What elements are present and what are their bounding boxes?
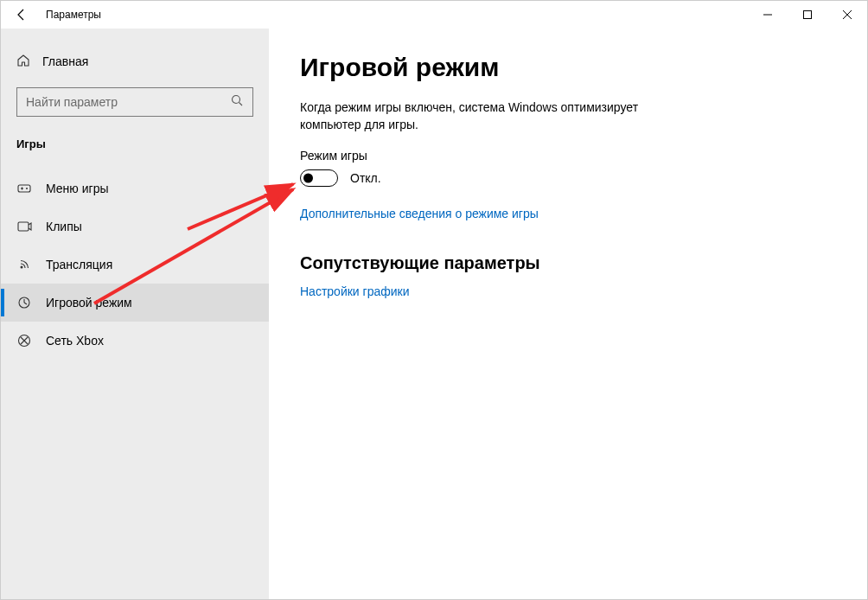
search-input[interactable] xyxy=(26,95,230,109)
sidebar-home[interactable]: Главная xyxy=(1,44,269,79)
window-title: Параметры xyxy=(42,9,101,21)
back-button[interactable] xyxy=(1,1,42,29)
svg-point-4 xyxy=(233,96,240,104)
sidebar-nav: Меню игры Клипы Трансляция xyxy=(1,163,269,360)
search-box[interactable] xyxy=(16,87,253,117)
sidebar-item-captures[interactable]: Клипы xyxy=(1,207,269,246)
captures-icon xyxy=(16,219,32,234)
home-icon xyxy=(16,54,30,70)
svg-rect-1 xyxy=(804,11,812,19)
more-info-link[interactable]: Дополнительные сведения о режиме игры xyxy=(300,207,539,220)
sidebar-item-game-bar[interactable]: Меню игры xyxy=(1,169,269,207)
graphics-settings-link[interactable]: Настройки графики xyxy=(300,284,410,298)
sidebar-item-game-mode[interactable]: Игровой режим xyxy=(1,284,269,322)
sidebar-item-label: Трансляция xyxy=(46,258,112,271)
gamemode-icon xyxy=(16,295,32,310)
settings-window: Параметры Главная Иг xyxy=(0,0,868,600)
sidebar-item-xbox-networking[interactable]: Сеть Xbox xyxy=(1,322,269,360)
game-mode-toggle[interactable] xyxy=(300,169,338,187)
related-heading: Сопутствующие параметры xyxy=(300,253,833,273)
sidebar-item-broadcasting[interactable]: Трансляция xyxy=(1,246,269,284)
sidebar-item-label: Сеть Xbox xyxy=(46,334,104,348)
titlebar: Параметры xyxy=(1,1,867,29)
game-mode-toggle-row: Откл. xyxy=(300,169,833,187)
sidebar-home-label: Главная xyxy=(42,54,88,68)
close-button[interactable] xyxy=(827,1,867,29)
search-icon xyxy=(230,93,244,111)
window-body: Главная Игры Меню игры xyxy=(1,29,867,599)
broadcast-icon xyxy=(16,257,32,272)
minimize-button[interactable] xyxy=(748,1,788,29)
svg-rect-6 xyxy=(18,185,30,192)
toggle-state-label: Откл. xyxy=(350,171,381,185)
toggle-caption: Режим игры xyxy=(300,149,833,163)
sidebar-section-label: Игры xyxy=(1,132,269,163)
xbox-icon xyxy=(16,333,32,348)
sidebar: Главная Игры Меню игры xyxy=(1,29,269,599)
main-content: Игровой режим Когда режим игры включен, … xyxy=(269,29,867,599)
svg-line-5 xyxy=(239,103,243,106)
page-description: Когда режим игры включен, система Window… xyxy=(300,99,698,133)
svg-point-11 xyxy=(21,266,23,269)
page-title: Игровой режим xyxy=(300,53,833,82)
toggle-knob xyxy=(303,174,313,183)
svg-point-7 xyxy=(26,188,28,189)
maximize-button[interactable] xyxy=(788,1,827,29)
sidebar-item-label: Меню игры xyxy=(46,182,109,195)
gamebar-icon xyxy=(16,181,32,196)
sidebar-item-label: Игровой режим xyxy=(46,296,132,310)
sidebar-item-label: Клипы xyxy=(46,220,82,233)
svg-line-14 xyxy=(24,303,27,304)
svg-rect-10 xyxy=(18,222,29,231)
